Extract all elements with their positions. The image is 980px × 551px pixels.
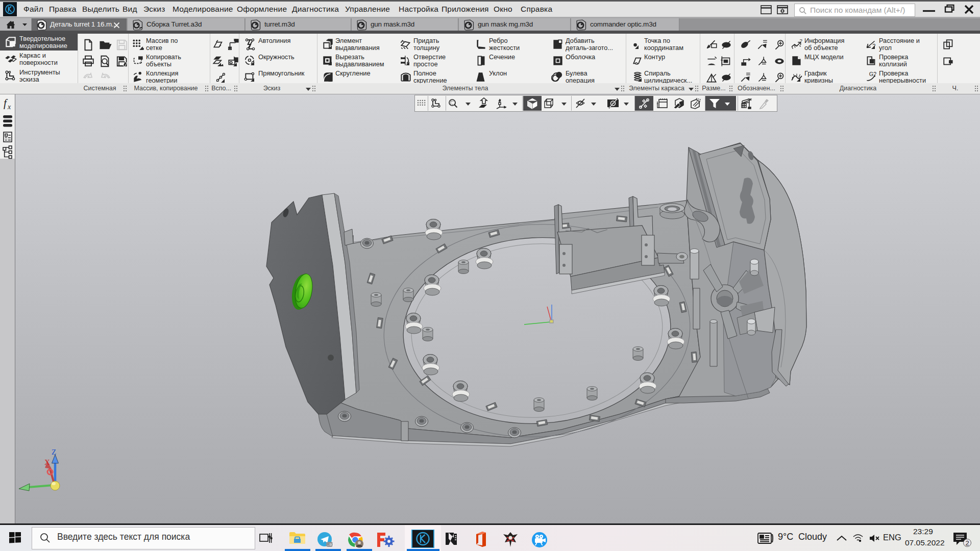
svg-text:G?: G? [869, 71, 876, 77]
svg-text:Z: Z [52, 448, 56, 456]
svg-text:..91: ..91 [327, 542, 334, 547]
svg-text:x: x [7, 103, 11, 111]
svg-text:X: X [44, 458, 50, 466]
svg-text:?: ? [799, 38, 802, 43]
svg-text:2: 2 [966, 539, 969, 547]
